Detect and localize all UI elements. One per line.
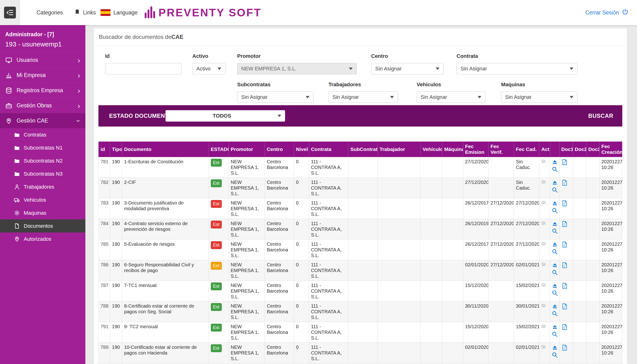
estado-badge[interactable]: Est: [211, 200, 222, 208]
nav-categories[interactable]: Categories: [37, 10, 63, 16]
sidebar-toggle-button[interactable]: [0, 0, 20, 25]
cell-subcontrata: [348, 240, 378, 260]
estado-badge[interactable]: Est: [211, 221, 222, 228]
table-row: 7811901-Escrituras de ConstituciónEstNEW…: [99, 157, 622, 178]
upload-icon[interactable]: [552, 241, 558, 248]
cell-centro: Centro Barcelona: [265, 260, 294, 281]
estado-badge[interactable]: Est: [211, 324, 222, 332]
chevron-right-icon: ›: [78, 102, 80, 110]
truck-icon: [14, 197, 20, 203]
document-icon[interactable]: [561, 344, 568, 351]
document-icon[interactable]: [561, 159, 568, 166]
upload-icon[interactable]: [552, 180, 558, 186]
upload-icon[interactable]: [552, 159, 558, 165]
sidebar-subitem-trabajadores[interactable]: Trabajadores: [0, 180, 85, 194]
cell-doc3: [586, 343, 599, 363]
cell-estado: Est: [209, 302, 229, 322]
document-icon[interactable]: [561, 282, 568, 289]
cell-id: 789: [99, 343, 110, 363]
estado-badge[interactable]: Est: [211, 303, 222, 311]
magnifier-icon[interactable]: [552, 187, 558, 193]
page-title: Buscador de documentos de CAE: [94, 28, 627, 46]
cell-fec-cad: 27/12/2020: [514, 240, 539, 260]
cell-maquina: [442, 302, 463, 322]
document-icon[interactable]: [561, 200, 568, 207]
maquinas-label: Maquinas: [501, 82, 577, 88]
magnifier-icon[interactable]: [552, 228, 558, 234]
column-header-documento: Documento: [122, 142, 209, 157]
centro-select[interactable]: Sin Asignar: [371, 63, 444, 74]
column-header-doc2: Doc2: [573, 142, 586, 157]
filter-trabajadores: Trabajadores Sin Asignar: [329, 82, 398, 103]
estado-documentos-select[interactable]: TODOS: [166, 110, 285, 122]
document-icon[interactable]: [561, 241, 568, 248]
magnifier-icon[interactable]: [552, 331, 558, 338]
magnifier-icon[interactable]: [552, 248, 558, 255]
magnifier-icon[interactable]: [552, 207, 558, 214]
magnifier-icon[interactable]: [552, 269, 558, 276]
document-icon[interactable]: [561, 221, 568, 227]
sidebar-subitem-subcontratas-n1[interactable]: Subcontratas N1: [0, 141, 85, 154]
sidebar-subitem-contratas[interactable]: Contratas: [0, 128, 85, 141]
sidebar-item-gesti-n-obras[interactable]: Gestión Obras›: [0, 98, 85, 113]
sidebar-item-gesti-n-cae[interactable]: Gestión CAE›: [0, 113, 85, 128]
upload-icon[interactable]: [552, 282, 558, 289]
cell-contrata: 111 - CONTRATA A, S.L.: [309, 198, 348, 219]
upload-icon[interactable]: [552, 200, 558, 206]
cell-id: 784: [99, 219, 110, 240]
table-row: 7861906-Seguro Responsabilidad Civil y r…: [99, 260, 622, 281]
document-icon[interactable]: [561, 180, 568, 186]
sidebar-subitem-maquinas[interactable]: Maquinas: [0, 206, 85, 220]
buscar-button[interactable]: BUSCAR: [588, 112, 613, 119]
magnifier-icon[interactable]: [552, 166, 558, 172]
estado-badge[interactable]: Est: [211, 282, 222, 290]
chevron-down-icon: [277, 115, 281, 117]
vehiculos-select[interactable]: Sin Asignar: [417, 92, 485, 103]
estado-badge[interactable]: Est: [211, 241, 222, 249]
cell-vehiculo: [421, 219, 442, 240]
cell-contrata: 111 - CONTRATA A, S.L.: [309, 343, 348, 363]
sidebar-subitem-subcontratas-n3[interactable]: Subcontratas N3: [0, 167, 85, 180]
estado-badge[interactable]: Est: [211, 180, 222, 187]
cell-doc1: [559, 343, 573, 363]
cell-act: SI: [539, 219, 550, 240]
estado-badge[interactable]: Est: [211, 344, 222, 352]
contrata-select[interactable]: Sin Asignar: [457, 63, 577, 74]
cell-fec-cad: 02/01/2021: [514, 260, 539, 281]
magnifier-icon[interactable]: [552, 310, 558, 317]
sidebar-item-registros-empresa[interactable]: Registros Empresa›: [0, 83, 85, 98]
upload-icon[interactable]: [552, 221, 558, 227]
cell-fec-creacion: 20201227 10:26: [599, 240, 622, 260]
sidebar-item-mi-empresa[interactable]: Mi Empresa›: [0, 68, 85, 83]
id-input[interactable]: [105, 63, 181, 74]
cell-promotor: NEW EMPRESA 1, S.L.: [229, 260, 265, 281]
upload-icon[interactable]: [552, 344, 558, 351]
cell-nivel: 0: [294, 219, 309, 240]
estado-badge[interactable]: Est: [211, 159, 222, 166]
magnifier-icon[interactable]: [552, 290, 558, 296]
document-icon[interactable]: [561, 262, 568, 268]
upload-icon[interactable]: [552, 303, 558, 310]
document-icon[interactable]: [561, 324, 568, 330]
upload-icon[interactable]: [552, 324, 558, 330]
trabajadores-select[interactable]: Sin Asignar: [329, 92, 398, 103]
activo-select[interactable]: Activo: [192, 63, 225, 74]
maquinas-select[interactable]: Sin Asignar: [501, 92, 577, 103]
document-icon[interactable]: [561, 303, 568, 310]
sidebar-item-usuarios[interactable]: Usuarios›: [0, 52, 85, 68]
cell-maquina: [442, 343, 463, 363]
upload-icon[interactable]: [552, 262, 558, 268]
nav-links[interactable]: Links: [74, 9, 96, 16]
logout-button[interactable]: Cerrar Sesión: [585, 8, 628, 16]
column-header-actions: [550, 142, 559, 157]
sidebar-subitem-documentos[interactable]: Documentos: [0, 220, 85, 232]
cell-documento: 10-Certificado estar al corriente de pag…: [122, 343, 209, 363]
sidebar-subitem-subcontratas-n2[interactable]: Subcontratas N2: [0, 154, 85, 167]
promotor-select[interactable]: NEW EMPRESA 1, S.L.: [237, 63, 357, 74]
estado-badge[interactable]: Est: [211, 262, 222, 270]
sidebar-subitem-autorizados[interactable]: Autorizados: [0, 232, 85, 246]
subcontratas-select[interactable]: Sin Asignar: [237, 92, 313, 103]
magnifier-icon[interactable]: [552, 352, 558, 358]
sidebar-subitem-vehiculos[interactable]: Vehiculos: [0, 194, 85, 206]
nav-language[interactable]: Language: [101, 9, 138, 16]
